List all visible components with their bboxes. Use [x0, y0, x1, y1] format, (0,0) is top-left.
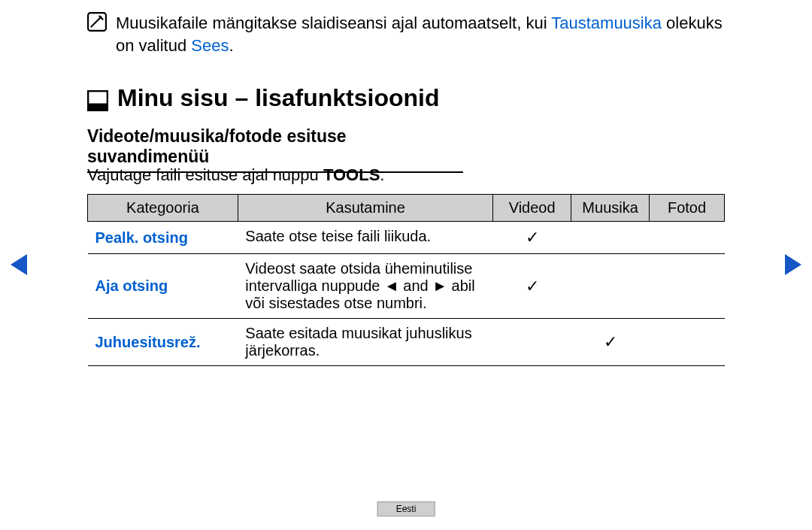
cell-photos — [650, 254, 725, 319]
table-row: Aja otsing Videost saate otsida üheminut… — [88, 254, 725, 319]
svg-rect-2 — [88, 104, 108, 111]
cell-videos: ✓ — [493, 254, 571, 319]
th-photos: Fotod — [650, 195, 725, 222]
nav-prev-icon[interactable] — [11, 254, 27, 275]
table-row: Juhuesitusrež. Saate esitada muusikat ju… — [88, 319, 725, 366]
cell-music: ✓ — [571, 319, 650, 366]
cell-category: Pealk. otsing — [88, 222, 238, 254]
note-link-2: Sees — [191, 36, 229, 55]
instr-post: . — [380, 165, 384, 184]
cell-music — [571, 222, 650, 254]
cell-videos — [493, 319, 571, 366]
th-music: Muusika — [571, 195, 650, 222]
cell-usage: Videost saate otsida üheminutilise inter… — [238, 254, 492, 319]
cell-category: Juhuesitusrež. — [88, 319, 238, 366]
instr-pre: Vajutage faili esituse ajal nuppu — [87, 165, 323, 184]
section-title: Minu sisu – lisafunktsioonid — [117, 84, 439, 112]
th-usage: Kasutamine — [238, 195, 492, 222]
cell-usage: Saate otse teise faili liikuda. — [238, 222, 492, 254]
table-header-row: Kategooria Kasutamine Videod Muusika Fot… — [88, 195, 725, 222]
cell-music — [571, 254, 650, 319]
note-text: Muusikafaile mängitakse slaidiseansi aja… — [116, 12, 744, 57]
language-badge: Eesti — [377, 501, 435, 516]
th-category: Kategooria — [88, 195, 238, 222]
cell-videos: ✓ — [493, 222, 571, 254]
instruction-text: Vajutage faili esituse ajal nuppu TOOLS. — [87, 165, 384, 185]
note-link-1: Taustamuusika — [551, 14, 662, 32]
page: Muusikafaile mängitakse slaidiseansi aja… — [0, 0, 812, 530]
nav-next-icon[interactable] — [785, 254, 801, 275]
note-pre: Muusikafaile mängitakse slaidiseansi aja… — [116, 14, 551, 32]
cell-category: Aja otsing — [88, 254, 238, 319]
section-icon — [87, 90, 108, 111]
cell-photos — [650, 319, 725, 366]
note-icon — [87, 12, 107, 32]
note-post: . — [229, 36, 233, 55]
note-block: Muusikafaile mängitakse slaidiseansi aja… — [87, 12, 744, 57]
table-row: Pealk. otsing Saate otse teise faili lii… — [88, 222, 725, 254]
cell-photos — [650, 222, 725, 254]
options-table: Kategooria Kasutamine Videod Muusika Fot… — [87, 194, 725, 366]
cell-usage: Saate esitada muusikat juhuslikus järjek… — [238, 319, 492, 366]
instr-key: TOOLS — [323, 165, 380, 184]
th-videos: Videod — [493, 195, 571, 222]
